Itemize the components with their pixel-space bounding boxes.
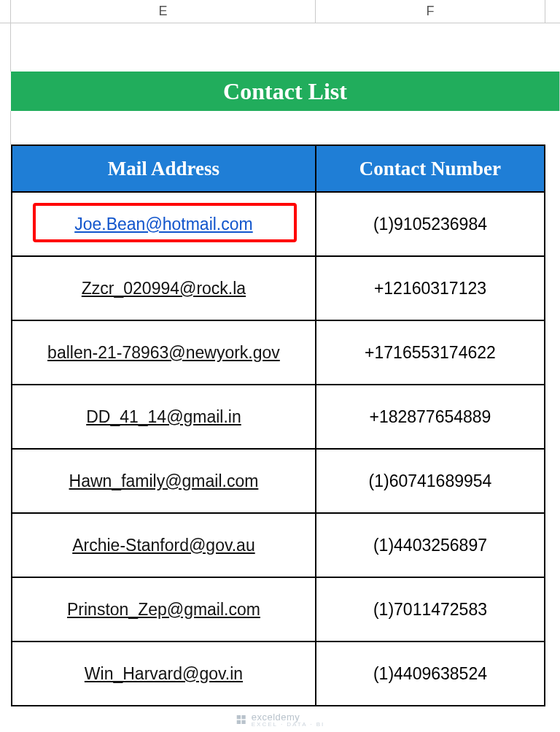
mail-link[interactable]: Hawn_family@gmail.com (69, 471, 259, 490)
mail-link[interactable]: Joe.Bean@hotmail.com (74, 215, 253, 234)
blank-row-1 (0, 23, 560, 72)
mail-link[interactable]: Archie-Stanford@gov.au (72, 536, 255, 555)
table-header-row: Mail Address Contact Number (12, 145, 545, 192)
watermark-logo-icon (236, 714, 247, 725)
mail-link[interactable]: Prinston_Zep@gmail.com (67, 600, 260, 619)
table-row: Hawn_family@gmail.com (1)60741689954 (12, 449, 545, 513)
blank-row-2 (0, 111, 560, 145)
spreadsheet-column-headers: E F (0, 0, 560, 23)
table-row: ballen-21-78963@newyork.gov +17165531746… (12, 320, 545, 385)
cell-mail[interactable]: Prinston_Zep@gmail.com (12, 577, 316, 642)
mail-link[interactable]: ballen-21-78963@newyork.gov (47, 343, 280, 362)
watermark-text: exceldemy EXCEL · DATA · BI (252, 712, 325, 728)
column-header-F[interactable]: F (316, 0, 545, 23)
header-stub (0, 0, 11, 23)
cell-mail[interactable]: Joe.Bean@hotmail.com (12, 192, 316, 256)
table-row: Archie-Stanford@gov.au (1)4403256897 (12, 513, 545, 577)
cell-mail[interactable]: Win_Harvard@gov.in (12, 642, 316, 706)
mail-link[interactable]: Zzcr_020994@rock.la (82, 279, 246, 298)
cell-mail[interactable]: ballen-21-78963@newyork.gov (12, 320, 316, 385)
cell-mail[interactable]: DD_41_14@gmail.in (12, 385, 316, 449)
mail-link[interactable]: Win_Harvard@gov.in (85, 664, 243, 683)
cell-contact[interactable]: +12160317123 (316, 256, 545, 320)
cell-contact[interactable]: (1)4409638524 (316, 642, 545, 706)
cell-mail[interactable]: Zzcr_020994@rock.la (12, 256, 316, 320)
header-contact[interactable]: Contact Number (316, 145, 545, 192)
table-row: DD_41_14@gmail.in +182877654889 (12, 385, 545, 449)
cell-mail[interactable]: Hawn_family@gmail.com (12, 449, 316, 513)
cell-contact[interactable]: (1)4403256897 (316, 513, 545, 577)
mail-link[interactable]: DD_41_14@gmail.in (86, 407, 241, 426)
cell-contact[interactable]: (1)60741689954 (316, 449, 545, 513)
cell-contact[interactable]: (1)7011472583 (316, 577, 545, 642)
table-row: Win_Harvard@gov.in (1)4409638524 (12, 642, 545, 706)
table-row: Zzcr_020994@rock.la +12160317123 (12, 256, 545, 320)
cell-contact[interactable]: +182877654889 (316, 385, 545, 449)
header-mail[interactable]: Mail Address (12, 145, 316, 192)
contact-table: Mail Address Contact Number Joe.Bean@hot… (11, 145, 545, 706)
column-header-E[interactable]: E (11, 0, 316, 23)
table-row: Joe.Bean@hotmail.com (1)9105236984 (12, 192, 545, 256)
cell-contact[interactable]: (1)9105236984 (316, 192, 545, 256)
table-row: Prinston_Zep@gmail.com (1)7011472583 (12, 577, 545, 642)
title-bar: Contact List (11, 72, 560, 111)
cell-mail[interactable]: Archie-Stanford@gov.au (12, 513, 316, 577)
cell-contact[interactable]: +1716553174622 (316, 320, 545, 385)
watermark: exceldemy EXCEL · DATA · BI (236, 712, 325, 728)
